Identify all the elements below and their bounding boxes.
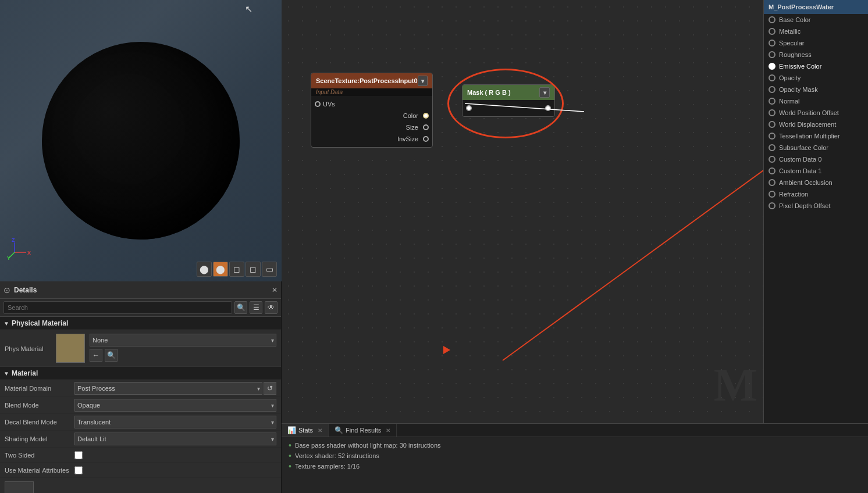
material-domain-reset-btn[interactable]: ↺ (264, 382, 276, 395)
world-position-offset-pin[interactable] (769, 109, 775, 116)
opacity-mask-pin[interactable] (769, 86, 775, 93)
shading-model-dropdown[interactable]: Default Lit Unlit Subsurface Preintegrat… (74, 433, 276, 445)
color-in-pin[interactable] (423, 113, 429, 119)
viewport[interactable]: X Y Z ↖ ⬤ ⬤ ◻ ◻ ▭ (0, 0, 282, 281)
output-emissive-color[interactable]: Emissive Color (764, 60, 868, 72)
blend-mode-row: Blend Mode Opaque Masked Translucent Add… (0, 397, 281, 414)
uvs-out-pin[interactable] (315, 101, 321, 107)
material-output-panel: M_PostProcessWater Base Color Metallic S… (763, 0, 868, 423)
phys-material-search-btn[interactable]: 🔍 (105, 349, 118, 362)
output-subsurface-color[interactable]: Subsurface Color (764, 142, 868, 153)
material-section-arrow: ▼ (3, 370, 9, 377)
pixel-depth-offset-pin[interactable] (769, 202, 775, 209)
size-in-pin[interactable] (423, 124, 429, 130)
output-metallic[interactable]: Metallic (764, 26, 868, 37)
output-pixel-depth-offset[interactable]: Pixel Depth Offset (764, 200, 868, 212)
world-position-offset-label: World Position Offset (779, 109, 839, 116)
metallic-pin[interactable] (769, 28, 775, 35)
shading-model-dropdown-wrapper: Default Lit Unlit Subsurface Preintegrat… (74, 433, 276, 445)
stats-tab-label: Stats (298, 427, 313, 434)
output-world-position-offset[interactable]: World Position Offset (764, 107, 868, 119)
ambient-occlusion-pin[interactable] (769, 179, 775, 186)
physical-material-section-header[interactable]: ▼ Physical Material (0, 317, 281, 330)
custom-data-0-pin[interactable] (769, 156, 775, 163)
two-sided-row: Two Sided (0, 448, 281, 463)
material-section-header[interactable]: ▼ Material (0, 367, 281, 380)
roughness-pin[interactable] (769, 51, 775, 58)
details-search-input[interactable] (3, 301, 232, 314)
world-displacement-pin[interactable] (769, 121, 775, 128)
output-roughness[interactable]: Roughness (764, 49, 868, 60)
settings-button[interactable]: 👁 (265, 301, 278, 314)
two-sided-label: Two Sided (5, 452, 74, 459)
ambient-occlusion-label: Ambient Occlusion (779, 179, 833, 186)
stats-bullet-1: • (289, 441, 291, 450)
decal-blend-mode-label: Decal Blend Mode (5, 419, 74, 426)
specular-pin[interactable] (769, 40, 775, 47)
bottom-thumbnail (5, 481, 34, 493)
scene-texture-node[interactable]: SceneTexture:PostProcessInput0 ▾ Input D… (311, 73, 433, 148)
sphere-preview-btn[interactable]: ⬤ (197, 262, 212, 277)
invsize-in-pin[interactable] (423, 136, 429, 142)
output-custom-data-1[interactable]: Custom Data 1 (764, 165, 868, 177)
phys-material-back-btn[interactable]: ← (90, 349, 102, 362)
decal-blend-mode-dropdown-wrapper: Translucent Stain Normal Emissive (74, 416, 276, 428)
output-base-color[interactable]: Base Color (764, 14, 868, 26)
two-sided-checkbox[interactable] (74, 451, 83, 459)
search-button[interactable]: 🔍 (234, 301, 247, 314)
mask-node-title: Mask ( R G B ) (467, 89, 511, 96)
metallic-label: Metallic (779, 28, 801, 35)
output-normal[interactable]: Normal (764, 95, 868, 107)
filter-button[interactable]: ☰ (250, 301, 262, 314)
normal-pin[interactable] (769, 98, 775, 105)
physical-material-title: Physical Material (12, 319, 68, 327)
output-ambient-occlusion[interactable]: Ambient Occlusion (764, 177, 868, 188)
subsurface-color-pin[interactable] (769, 144, 775, 151)
stats-tab-close[interactable]: ✕ (318, 427, 322, 434)
details-close-btn[interactable]: ✕ (272, 286, 278, 294)
specular-label: Specular (779, 40, 804, 47)
stats-text-3: Texture samplers: 1/16 (295, 463, 360, 470)
stats-tab[interactable]: 📊 Stats ✕ (282, 424, 329, 437)
mask-expand-btn[interactable]: ▾ (539, 87, 550, 98)
mask-node-body (463, 100, 554, 116)
bottom-thumbnail-row (0, 478, 281, 493)
scene-texture-expand-btn[interactable]: ▾ (418, 76, 428, 86)
scene-texture-body: UVs Color Size InvSize (311, 96, 432, 147)
custom-data-1-pin[interactable] (769, 167, 775, 174)
box-preview-btn[interactable]: ◻ (246, 262, 261, 277)
tessellation-multiplier-pin[interactable] (769, 133, 775, 140)
plane-preview-btn[interactable]: ◻ (229, 262, 244, 277)
node-editor[interactable]: SceneTexture:PostProcessInput0 ▾ Input D… (282, 0, 868, 423)
mask-node[interactable]: Mask ( R G B ) ▾ (462, 84, 555, 117)
output-opacity-mask[interactable]: Opacity Mask (764, 84, 868, 95)
output-opacity[interactable]: Opacity (764, 72, 868, 84)
blend-mode-dropdown[interactable]: Opaque Masked Translucent Additive (74, 399, 276, 412)
scene-texture-title: SceneTexture:PostProcessInput0 (316, 77, 418, 84)
details-search-bar: 🔍 ☰ 👁 (0, 299, 281, 317)
shading-model-label: Shading Model (5, 435, 74, 442)
find-results-tab[interactable]: 🔍 Find Results ✕ (329, 424, 397, 437)
phys-material-dropdown[interactable]: None (90, 334, 276, 346)
emissive-color-pin[interactable] (769, 63, 775, 70)
opacity-pin[interactable] (769, 74, 775, 81)
output-specular[interactable]: Specular (764, 37, 868, 49)
cylinder-preview-btn[interactable]: ▭ (262, 262, 277, 277)
output-world-displacement[interactable]: World Displacement (764, 119, 868, 130)
find-results-close[interactable]: ✕ (386, 427, 390, 434)
sphere2-preview-btn[interactable]: ⬤ (213, 262, 228, 277)
output-refraction[interactable]: Refraction (764, 188, 868, 200)
material-domain-dropdown[interactable]: Post Process Surface Deferred Decal Ligh… (74, 382, 262, 395)
section-arrow: ▼ (3, 320, 9, 327)
stats-bullet-2: • (289, 451, 291, 460)
color-label: Color (315, 112, 418, 119)
mask-in-pin[interactable] (545, 105, 551, 111)
refraction-pin[interactable] (769, 191, 775, 198)
mask-out-pin[interactable] (466, 105, 472, 111)
output-tessellation-multiplier[interactable]: Tessellation Multiplier (764, 130, 868, 142)
output-custom-data-0[interactable]: Custom Data 0 (764, 153, 868, 165)
viewport-toolbar: ⬤ ⬤ ◻ ◻ ▭ (197, 262, 277, 277)
decal-blend-mode-dropdown[interactable]: Translucent Stain Normal Emissive (74, 416, 276, 428)
use-material-attributes-checkbox[interactable] (74, 466, 83, 474)
base-color-pin[interactable] (769, 16, 775, 23)
